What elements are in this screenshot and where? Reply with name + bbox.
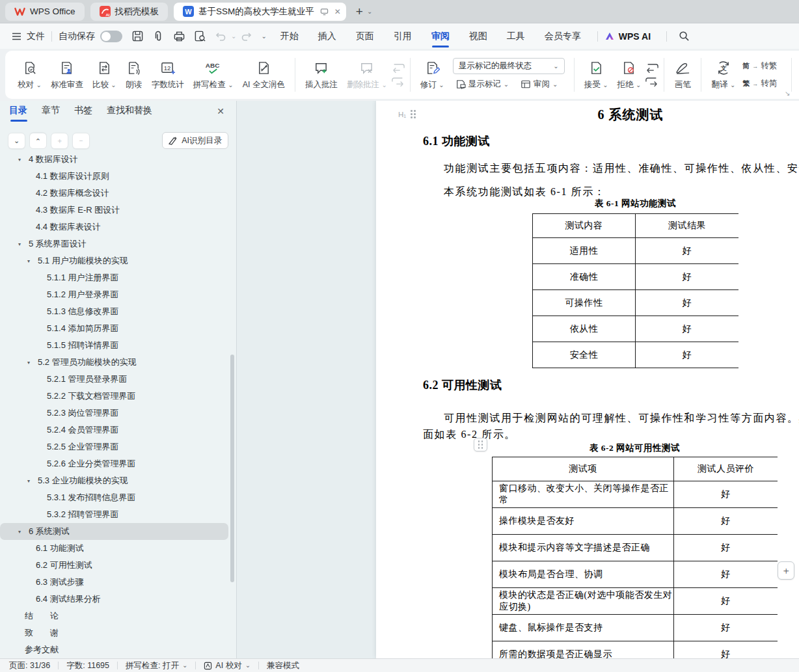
table-cell[interactable]: 好 bbox=[636, 290, 738, 316]
show-markup-button[interactable]: 显示标记⌄ bbox=[453, 77, 511, 92]
sidebar-tab-chapters[interactable]: 章节 bbox=[42, 105, 60, 122]
table-cell[interactable]: 依从性 bbox=[533, 316, 635, 342]
chevron-expanded-icon[interactable]: ▾ bbox=[27, 360, 33, 366]
section-heading-61[interactable]: 6.1 功能测试 bbox=[423, 133, 490, 149]
toc-item[interactable]: 致 谢 bbox=[0, 625, 230, 641]
toc-collapse-icon[interactable]: ⌄ bbox=[8, 133, 25, 149]
review-pane-button[interactable]: 审阅⌄ bbox=[518, 77, 560, 92]
toc-item[interactable]: 5.3.2 招聘管理界面 bbox=[0, 506, 230, 523]
markup-state-select[interactable]: 显示标记的最终状态⌄ bbox=[453, 58, 565, 74]
table-cell[interactable]: 模块的状态是否正确(对选中项能否发生对应切换) bbox=[493, 588, 673, 614]
table-drag-handle-icon[interactable] bbox=[474, 438, 487, 451]
toc-item[interactable]: 5.1.2 用户登录界面 bbox=[0, 286, 230, 303]
table-cell[interactable]: 可操作性 bbox=[533, 290, 635, 316]
sidebar-tab-find-replace[interactable]: 查找和替换 bbox=[107, 105, 152, 122]
toc-item[interactable]: 5.2.4 会员管理界面 bbox=[0, 422, 230, 438]
table-cell[interactable]: 键盘、鼠标操作是否支持 bbox=[493, 615, 673, 641]
ai-recognize-toc-button[interactable]: AI识别目录 bbox=[162, 132, 228, 149]
tab-monitor-icon[interactable] bbox=[320, 8, 329, 16]
toc-item[interactable]: 5.2.1 管理员登录界面 bbox=[0, 371, 230, 388]
table-cell[interactable]: 好 bbox=[674, 535, 778, 561]
chevron-expanded-icon[interactable]: ▾ bbox=[18, 529, 24, 535]
toc-zoom-out-icon[interactable]: － bbox=[72, 133, 90, 149]
paragraph[interactable]: 功能测试主要包括五项内容：适用性、准确性、可操作性、依从性、安全性 bbox=[444, 162, 799, 176]
previous-comment-icon[interactable] bbox=[392, 62, 405, 74]
chevron-expanded-icon[interactable]: ▾ bbox=[18, 157, 24, 163]
menu-item-reference[interactable]: 引用 bbox=[392, 27, 413, 46]
autosave-toggle[interactable] bbox=[100, 31, 122, 42]
table-cell[interactable]: 模块和提示内容等文字描述是否正确 bbox=[493, 535, 673, 561]
menu-item-review[interactable]: 审阅 bbox=[430, 27, 451, 46]
table-cell[interactable]: 安全性 bbox=[533, 342, 635, 368]
toc-item[interactable]: 5.1.3 信息修改界面 bbox=[0, 303, 230, 320]
next-comment-icon[interactable] bbox=[392, 76, 405, 87]
pen-button[interactable]: 画笔 bbox=[670, 55, 696, 95]
next-revision-icon[interactable] bbox=[645, 76, 658, 87]
table-cell[interactable]: 好 bbox=[674, 508, 778, 534]
toc-item[interactable]: ▾5 系统界面设计 bbox=[0, 235, 230, 252]
paragraph[interactable]: 面如表 6-2 所示。 bbox=[423, 428, 516, 442]
hamburger-menu-icon[interactable] bbox=[8, 29, 25, 44]
menu-item-view[interactable]: 视图 bbox=[468, 27, 489, 46]
toc-item[interactable]: 4.4 数据库表设计 bbox=[0, 219, 230, 235]
menu-item-page[interactable]: 页面 bbox=[355, 27, 375, 46]
table-cell[interactable]: 好 bbox=[636, 342, 738, 368]
menu-item-start[interactable]: 开始 bbox=[279, 27, 300, 46]
track-changes-button[interactable]: 修订 ⌄ bbox=[416, 55, 449, 95]
delete-comment-button[interactable]: 删除批注 ⌄ bbox=[342, 55, 392, 95]
toc-item[interactable]: ▾5.2 管理员功能模块的实现 bbox=[0, 354, 230, 371]
word-count-button[interactable]: 12 字数统计 bbox=[147, 55, 189, 95]
translate-button[interactable]: 文 翻译 ⌄ bbox=[707, 55, 740, 95]
toc-item[interactable]: 参考文献 bbox=[0, 641, 230, 658]
toc-expand-icon[interactable]: ⌄ bbox=[29, 133, 47, 149]
table-cell[interactable]: 适用性 bbox=[533, 238, 635, 263]
menu-item-insert[interactable]: 插入 bbox=[317, 27, 338, 46]
output-pdf-icon[interactable] bbox=[150, 29, 167, 44]
toc-item[interactable]: ▾5.3 企业功能模块的实现 bbox=[0, 472, 230, 489]
table-cell[interactable]: 好 bbox=[636, 264, 738, 289]
sidebar-tab-toc[interactable]: 目录 bbox=[9, 105, 27, 122]
sidebar-close-icon[interactable]: ✕ bbox=[217, 106, 224, 116]
to-traditional-button[interactable]: 简→ 转繁 bbox=[740, 59, 779, 74]
toc-item[interactable]: 结 论 bbox=[0, 608, 230, 625]
chevron-expanded-icon[interactable]: ▾ bbox=[18, 241, 24, 247]
save-icon[interactable] bbox=[129, 29, 146, 44]
toc-item[interactable]: 5.2.2 下载文档管理界面 bbox=[0, 388, 230, 405]
toc-zoom-in-icon[interactable]: ＋ bbox=[51, 133, 68, 149]
table-cell[interactable]: 好 bbox=[636, 238, 738, 263]
paragraph[interactable]: 本系统功能测试如表 6-1 所示： bbox=[444, 185, 606, 199]
to-simplified-button[interactable]: 繁→ 转简 bbox=[740, 76, 779, 91]
tab-wps-home[interactable]: WPS Office bbox=[5, 3, 85, 21]
file-menu-button[interactable]: 文件 bbox=[27, 31, 45, 42]
toc-item[interactable]: 6.2 可用性测试 bbox=[0, 557, 230, 574]
toc-item[interactable]: 5.2.3 岗位管理界面 bbox=[0, 405, 230, 422]
proofread-button[interactable]: 校对 ⌄ bbox=[13, 55, 46, 95]
new-tab-button[interactable]: + bbox=[356, 5, 363, 19]
reject-revision-button[interactable]: 拒绝 ⌄ bbox=[613, 55, 646, 95]
tab-list-caret-icon[interactable]: ⌄ bbox=[367, 8, 372, 15]
quickbar-more-caret-icon[interactable]: ⌄ bbox=[261, 33, 266, 40]
table-cell[interactable]: 操作模块是否友好 bbox=[493, 508, 673, 534]
read-aloud-button[interactable]: 朗读 bbox=[121, 55, 147, 95]
table-cell[interactable]: 好 bbox=[674, 588, 778, 614]
toc-item[interactable]: 4.1 数据库设计原则 bbox=[0, 168, 230, 185]
toc-item[interactable]: 5.1.4 添加简历界面 bbox=[0, 320, 230, 337]
table-cell[interactable]: 模块布局是否合理、协调 bbox=[493, 561, 673, 587]
toc-item[interactable]: ▾5.1 用户功能模块的实现 bbox=[0, 252, 230, 269]
toc-item[interactable]: 6.4 测试结果分析 bbox=[0, 591, 230, 608]
spellcheck-status[interactable]: 拼写检查: 打开⌄ bbox=[126, 660, 187, 671]
table-cell[interactable]: 窗口移动、改变大小、关闭等操作是否正常 bbox=[493, 481, 673, 507]
group-launcher-icon[interactable]: ↘ bbox=[785, 90, 790, 97]
section-heading-62[interactable]: 6.2 可用性测试 bbox=[423, 377, 502, 393]
add-row-button[interactable]: ＋ bbox=[778, 561, 794, 580]
toc-item[interactable]: ▾6 系统测试 bbox=[0, 523, 228, 540]
print-preview-icon[interactable] bbox=[191, 29, 208, 44]
table-cell[interactable]: 所需的数据项是否正确显示 bbox=[493, 641, 673, 658]
toc-item[interactable]: 4.3 数据库 E-R 图设计 bbox=[0, 202, 230, 219]
toc-item[interactable]: 5.1.1 用户注册界面 bbox=[0, 269, 230, 286]
redo-icon[interactable] bbox=[238, 29, 255, 44]
ai-proof-status[interactable]: AI 校对⌄ bbox=[204, 660, 251, 671]
toc-item[interactable]: 6.3 测试步骤 bbox=[0, 574, 230, 591]
toc-item[interactable]: 5.2.6 企业分类管理界面 bbox=[0, 455, 230, 472]
table-cell[interactable]: 好 bbox=[636, 316, 738, 342]
